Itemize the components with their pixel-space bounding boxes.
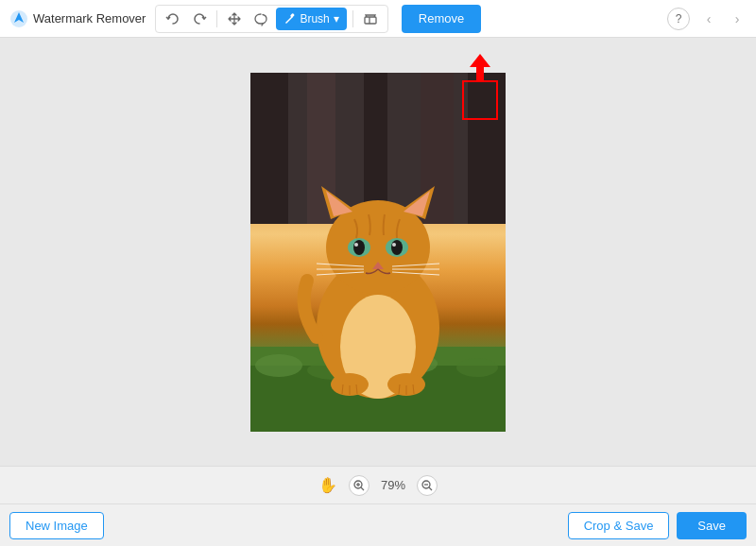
svg-line-50 [429,487,432,490]
help-button[interactable]: ? [667,8,690,30]
brush-dropdown-icon: ▾ [334,12,339,26]
nav-next-button[interactable]: › [728,8,747,30]
toolbar-divider-2 [352,10,353,27]
svg-point-28 [392,243,396,247]
svg-point-25 [353,240,365,255]
new-image-button[interactable]: New Image [9,512,104,539]
remove-button[interactable]: Remove [402,5,481,33]
crop-save-button[interactable]: Crop & Save [568,512,670,539]
undo-button[interactable] [162,8,184,30]
zoom-out-button[interactable] [417,475,438,496]
svg-rect-1 [290,13,295,18]
svg-point-15 [456,358,498,377]
nav-prev-button[interactable]: ‹ [699,8,718,30]
main-canvas-area[interactable] [0,38,756,466]
brush-tool-button[interactable]: Brush ▾ [276,8,346,30]
svg-line-46 [361,487,364,490]
svg-point-26 [391,240,403,255]
app-title: Watermark Remover [33,11,146,26]
help-icon: ? [676,12,682,26]
cat-image [250,73,506,432]
save-button[interactable]: Save [677,512,747,539]
svg-rect-5 [250,73,288,224]
redo-button[interactable] [188,8,211,30]
hand-tool-icon[interactable]: ✋ [318,476,337,494]
nav-next-icon: › [735,11,740,26]
footer-right-buttons: Crop & Save Save [568,512,747,539]
nav-prev-icon: ‹ [707,11,712,26]
header: Watermark Remover [0,0,756,38]
app-logo: Watermark Remover [9,9,146,28]
toolbar-group: Brush ▾ [155,5,387,33]
image-container[interactable] [250,73,506,432]
zoom-bar: ✋ 79% [0,466,756,503]
move-tool-button[interactable] [223,8,246,30]
svg-point-27 [354,243,358,247]
svg-rect-2 [365,17,376,24]
zoom-in-button[interactable] [349,475,369,496]
zoom-level: 79% [381,478,405,492]
lasso-tool-button[interactable] [249,8,272,30]
footer: New Image Crop & Save Save [0,503,756,546]
app-logo-icon [9,9,28,28]
svg-rect-9 [468,73,506,224]
brush-label: Brush [300,12,329,26]
svg-point-12 [255,354,302,377]
toolbar-divider-1 [216,10,217,27]
eraser-tool-button[interactable] [359,8,382,30]
